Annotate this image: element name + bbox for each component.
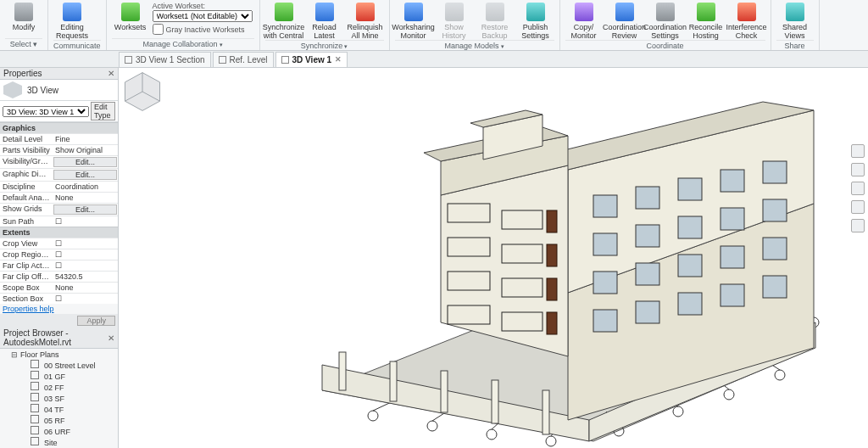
svg-rect-41 (636, 225, 659, 247)
relinquish-button[interactable]: Relinquish All Mine (347, 2, 384, 40)
cube-icon (3, 81, 22, 98)
prop-detail-level[interactable]: Detail LevelFine (0, 133, 118, 144)
svg-rect-65 (547, 278, 557, 300)
editing-requests-button[interactable]: Editing Requests (53, 2, 91, 40)
group-label-select[interactable]: Select ▾ (5, 38, 42, 50)
nav-tools (851, 144, 865, 232)
history-icon (445, 3, 464, 21)
prop-section-box[interactable]: Section Box (0, 293, 118, 304)
ribbon: Modify Select ▾ Editing Requests Communi… (0, 0, 868, 51)
edit-type-button[interactable]: Edit Type (91, 102, 115, 120)
svg-rect-35 (593, 195, 617, 217)
left-panels: Properties✕ 3D View 3D View: 3D View 1 E… (0, 68, 119, 448)
orbit-icon[interactable] (851, 200, 865, 214)
worksharing-monitor-button[interactable]: Worksharing Monitor (395, 2, 432, 40)
svg-point-7 (724, 389, 734, 400)
tree-item-00-street-level[interactable]: 00 Street Level (2, 360, 116, 371)
modify-button[interactable]: Modify (5, 2, 42, 31)
publish-icon (526, 3, 545, 21)
prop-default-analysis[interactable]: Default Analys...None (0, 192, 118, 203)
svg-rect-63 (547, 210, 557, 232)
svg-rect-39 (763, 161, 787, 183)
tree-item-04-tf[interactable]: 04 TF (2, 404, 116, 415)
svg-rect-54 (763, 276, 787, 298)
prop-discipline[interactable]: DisciplineCoordination (0, 181, 118, 192)
group-label-sync[interactable]: Synchronize (301, 42, 348, 50)
svg-rect-45 (593, 272, 617, 294)
section-extents: Extents (0, 227, 118, 238)
tree-item-05-rf[interactable]: 05 RF (2, 415, 116, 426)
steering-wheel-icon[interactable] (851, 144, 865, 158)
viewcube[interactable] (119, 68, 166, 115)
project-browser: ⊟Floor Plans00 Street Level01 GF02 FF03 … (0, 349, 118, 448)
prop-scope-box[interactable]: Scope BoxNone (0, 282, 118, 293)
tree-item-03-sf[interactable]: 03 SF (2, 393, 116, 404)
svg-rect-26 (542, 390, 549, 434)
copy-monitor-button[interactable]: Copy/ Monitor (565, 2, 603, 40)
close-icon[interactable]: ✕ (108, 69, 114, 78)
restore-icon (486, 3, 504, 21)
active-workset-select[interactable]: Workset1 (Not Editable) (153, 10, 253, 22)
prop-parts-visibility[interactable]: Parts VisibilityShow Original (0, 144, 118, 155)
properties-type-head[interactable]: 3D View (0, 80, 118, 101)
properties-help-link[interactable]: Properties help (0, 304, 118, 314)
view-icon (125, 56, 132, 64)
prop-graphic-display[interactable]: Graphic Displ...Edit... (0, 168, 118, 181)
prop-visibility-graphics[interactable]: Visibility/Grap...Edit... (0, 155, 118, 168)
svg-rect-25 (492, 380, 498, 423)
apply-button[interactable]: Apply (77, 316, 115, 326)
tree-item-06-urf[interactable]: 06 URF (2, 426, 116, 437)
svg-rect-46 (636, 263, 659, 285)
group-label-manage-models[interactable]: Manage Models (445, 42, 504, 50)
svg-rect-51 (636, 301, 659, 323)
rib-group-manage-collaboration: Worksets Active Workset: Workset1 (Not E… (107, 0, 260, 50)
svg-rect-53 (721, 284, 744, 306)
group-label-manage-collab[interactable]: Manage Collaboration (143, 40, 223, 48)
lookaround-icon[interactable] (851, 219, 865, 232)
document-tabbar: 3D View 1 Section Ref. Level 3D View 1✕ (0, 51, 868, 68)
tab-3d-view-1-section[interactable]: 3D View 1 Section (119, 52, 211, 67)
rib-group-share: Shared Views Share (771, 0, 820, 50)
tree-floor-plans[interactable]: ⊟Floor Plans (2, 350, 116, 360)
show-history-button: Show History (436, 2, 473, 40)
coord-settings-button[interactable]: Coordination Settings (647, 2, 684, 40)
prop-sun-path[interactable]: Sun Path (0, 216, 118, 227)
svg-rect-49 (763, 238, 787, 260)
zoom-icon[interactable] (851, 182, 865, 195)
pan-icon[interactable] (851, 163, 865, 176)
svg-rect-64 (547, 244, 557, 266)
worksets-button[interactable]: Worksets (112, 2, 149, 31)
rib-group-synchronize: Synchronize with Central Reload Latest R… (260, 0, 390, 50)
prop-crop-region[interactable]: Crop Region V... (0, 249, 118, 260)
close-icon[interactable]: ✕ (108, 333, 114, 343)
svg-rect-43 (721, 208, 744, 230)
tab-3d-view-1[interactable]: 3D View 1✕ (275, 52, 348, 67)
svg-point-1 (368, 411, 378, 421)
type-selector[interactable]: 3D View: 3D View 1 (3, 106, 89, 117)
prop-crop-view[interactable]: Crop View (0, 238, 118, 249)
restore-backup-button: Restore Backup (476, 2, 514, 40)
interference-check-button[interactable]: Interference Check (728, 2, 765, 40)
tree-item-02-ff[interactable]: 02 FF (2, 382, 116, 393)
svg-rect-36 (636, 187, 659, 209)
close-icon[interactable]: ✕ (335, 55, 342, 64)
gray-inactive-checkbox[interactable]: Gray Inactive Worksets (153, 24, 254, 35)
rib-group-coordinate: Copy/ Monitor Coordination Review Coordi… (560, 0, 771, 50)
tree-item-site[interactable]: Site (2, 437, 116, 448)
reconcile-hosting-button[interactable]: Reconcile Hosting (687, 2, 725, 40)
prop-far-clip-offset[interactable]: Far Clip Offset54320.5 (0, 271, 118, 282)
viewport-3d[interactable] (119, 68, 868, 448)
prop-far-clip-active[interactable]: Far Clip Active (0, 260, 118, 271)
coord-review-button[interactable]: Coordination Review (606, 2, 643, 40)
sync-central-button[interactable]: Synchronize with Central (265, 2, 303, 40)
document-icon (63, 3, 81, 21)
relinquish-icon (356, 3, 375, 21)
prop-show-grids[interactable]: Show GridsEdit... (0, 203, 118, 216)
reload-latest-button[interactable]: Reload Latest (306, 2, 343, 40)
tab-ref-level[interactable]: Ref. Level (213, 52, 274, 67)
shared-views-button[interactable]: Shared Views (776, 2, 814, 40)
tree-item-01-gf[interactable]: 01 GF (2, 371, 116, 382)
group-label-coordinate: Coordinate (565, 40, 765, 52)
svg-point-4 (546, 436, 556, 446)
publish-settings-button[interactable]: Publish Settings (517, 2, 554, 40)
